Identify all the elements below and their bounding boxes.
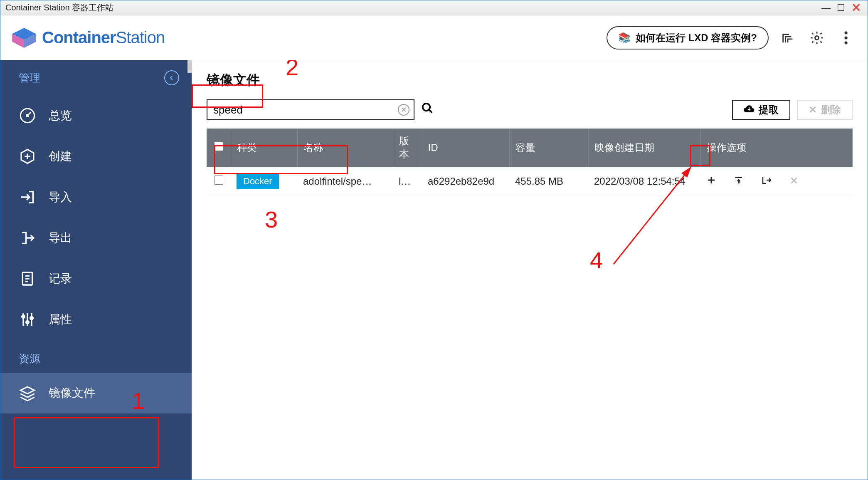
remove-action[interactable] bbox=[789, 175, 799, 188]
svg-marker-14 bbox=[20, 387, 34, 394]
sidebar-item-label: 总览 bbox=[49, 108, 72, 124]
toolbar: ✕ 提取 ✕ 删除 bbox=[207, 99, 853, 120]
sidebar-section-resource: 资源 bbox=[0, 340, 192, 373]
col-name[interactable]: 名称 bbox=[297, 129, 393, 167]
sidebar-item-label: 导出 bbox=[49, 230, 72, 246]
images-table: 种类 名称 版本 ID 容量 映像创建日期 操作选项 Docker adolfi… bbox=[207, 129, 853, 196]
page-title: 镜像文件 bbox=[207, 71, 853, 89]
window-minimize-button[interactable]: — bbox=[819, 3, 833, 13]
search-icon[interactable] bbox=[421, 102, 434, 118]
sidebar-item-log[interactable]: 记录 bbox=[0, 258, 192, 299]
howto-lxd-button[interactable]: 📚 如何在运行 LXD 容器实例? bbox=[607, 26, 769, 49]
sidebar-item-label: 导入 bbox=[49, 189, 72, 205]
sidebar-item-label: 创建 bbox=[49, 148, 72, 164]
search-input-wrapper[interactable]: ✕ bbox=[207, 99, 414, 120]
svg-point-15 bbox=[423, 104, 430, 111]
cell-created: 2022/03/08 12:54:54 bbox=[588, 167, 700, 196]
sidebar-item-create[interactable]: 创建 bbox=[0, 136, 192, 177]
feedback-icon[interactable] bbox=[778, 28, 798, 48]
create-container-action[interactable] bbox=[706, 175, 716, 188]
gauge-icon bbox=[19, 107, 36, 124]
svg-point-12 bbox=[26, 321, 29, 324]
svg-point-3 bbox=[815, 36, 819, 40]
search-input[interactable] bbox=[213, 100, 398, 119]
sidebar-collapse-button[interactable] bbox=[164, 70, 179, 85]
sidebar-section-manage: 管理 bbox=[0, 60, 192, 95]
annotation-4: 4 bbox=[590, 247, 603, 274]
svg-point-6 bbox=[844, 41, 847, 44]
import-icon bbox=[19, 188, 36, 206]
sidebar: 管理 总览 创建 导入 导出 bbox=[0, 60, 192, 480]
svg-point-13 bbox=[30, 317, 33, 319]
svg-point-11 bbox=[22, 315, 25, 318]
logo-icon bbox=[12, 28, 36, 48]
layers-icon bbox=[19, 384, 36, 402]
svg-point-5 bbox=[844, 36, 847, 39]
plus-hex-icon bbox=[19, 148, 36, 165]
window-titlebar: Container Station 容器工作站 — ☐ ✕ bbox=[0, 0, 868, 15]
cell-name: adolfintel/spe… bbox=[297, 167, 393, 196]
cell-id: a6292eb82e9d bbox=[422, 167, 509, 196]
table-row[interactable]: Docker adolfintel/spe… l… a6292eb82e9d 4… bbox=[207, 167, 853, 196]
log-icon bbox=[19, 270, 36, 287]
pull-button[interactable]: 提取 bbox=[732, 100, 790, 120]
cell-size: 455.85 MB bbox=[509, 167, 588, 196]
main-content: 镜像文件 ✕ 提取 ✕ 删除 bbox=[192, 60, 868, 480]
sidebar-item-properties[interactable]: 属性 bbox=[0, 299, 192, 340]
cell-version: l… bbox=[393, 167, 422, 196]
col-type[interactable]: 种类 bbox=[231, 129, 297, 167]
col-created[interactable]: 映像创建日期 bbox=[588, 129, 700, 167]
annotation-3: 3 bbox=[265, 206, 278, 233]
sidebar-item-label: 属性 bbox=[49, 312, 72, 327]
sidebar-item-images[interactable]: 镜像文件 bbox=[0, 373, 192, 413]
app-header: ContainerStation 📚 如何在运行 LXD 容器实例? bbox=[0, 15, 868, 60]
window-maximize-button[interactable]: ☐ bbox=[834, 3, 848, 13]
row-checkbox[interactable] bbox=[214, 176, 223, 185]
push-action[interactable] bbox=[734, 175, 744, 188]
delete-button: ✕ 删除 bbox=[797, 100, 853, 120]
sliders-icon bbox=[19, 311, 36, 328]
app-logo: ContainerStation bbox=[12, 28, 165, 48]
export-action[interactable] bbox=[761, 175, 772, 188]
export-icon bbox=[19, 229, 36, 247]
books-icon: 📚 bbox=[618, 32, 631, 44]
close-icon: ✕ bbox=[809, 104, 817, 116]
sidebar-scrollbar[interactable] bbox=[187, 60, 192, 73]
sidebar-item-label: 记录 bbox=[49, 271, 72, 287]
settings-icon[interactable] bbox=[807, 28, 827, 48]
sidebar-item-overview[interactable]: 总览 bbox=[0, 95, 192, 136]
clear-search-button[interactable]: ✕ bbox=[398, 104, 409, 116]
type-badge: Docker bbox=[237, 173, 279, 189]
table-header-row: 种类 名称 版本 ID 容量 映像创建日期 操作选项 bbox=[207, 129, 853, 167]
row-actions bbox=[706, 175, 847, 188]
col-version[interactable]: 版本 bbox=[393, 129, 422, 167]
logo-text: ContainerStation bbox=[42, 28, 165, 47]
svg-point-4 bbox=[844, 31, 847, 34]
more-icon[interactable] bbox=[836, 28, 856, 48]
howto-label: 如何在运行 LXD 容器实例? bbox=[636, 31, 757, 45]
sidebar-item-label: 镜像文件 bbox=[49, 385, 95, 401]
sidebar-item-import[interactable]: 导入 bbox=[0, 177, 192, 218]
cloud-download-icon bbox=[744, 104, 755, 116]
select-all-checkbox[interactable] bbox=[214, 142, 223, 151]
window-title: Container Station 容器工作站 bbox=[5, 2, 113, 13]
sidebar-item-export[interactable]: 导出 bbox=[0, 218, 192, 258]
col-id[interactable]: ID bbox=[422, 129, 509, 167]
col-size[interactable]: 容量 bbox=[509, 129, 588, 167]
window-close-button[interactable]: ✕ bbox=[849, 3, 863, 13]
svg-point-8 bbox=[27, 115, 29, 117]
col-actions: 操作选项 bbox=[700, 129, 853, 167]
